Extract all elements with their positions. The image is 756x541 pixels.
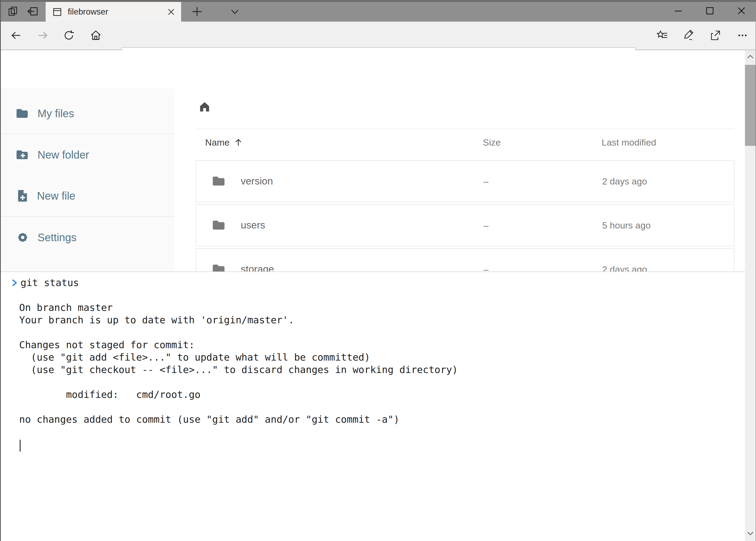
terminal-line: On branch master — [11, 301, 458, 314]
column-header-name[interactable]: Name — [196, 137, 483, 148]
sidebar-item-label: Settings — [38, 232, 77, 244]
window-close-button[interactable] — [731, 1, 752, 21]
sidebar-item-new-folder[interactable]: New folder — [1, 141, 174, 168]
column-header-size[interactable]: Size — [483, 137, 602, 148]
tab-list-chevron-icon[interactable] — [226, 4, 244, 19]
window-maximize-button[interactable] — [699, 1, 721, 21]
terminal-line — [11, 289, 458, 301]
listing-rows: version – 2 days ago users – 5 hours ago — [196, 160, 734, 271]
sidebar-divider — [1, 134, 174, 134]
window-top-border — [1, 0, 756, 2]
breadcrumb-home-icon[interactable] — [197, 100, 212, 114]
listing-header-row: Name Size Last modified — [196, 134, 734, 151]
file-plus-icon — [16, 189, 29, 203]
terminal-line — [11, 326, 458, 339]
row-name: users — [241, 220, 265, 231]
new-tab-button[interactable] — [188, 3, 206, 20]
sidebar-item-label: New file — [37, 190, 75, 202]
terminal-line: Changes not staged for commit: — [11, 339, 458, 351]
sidebar-divider — [1, 216, 174, 217]
tab-title: filebrowser — [68, 7, 108, 17]
gear-icon — [16, 231, 29, 244]
terminal-output: git status On branch master Your branch … — [11, 276, 458, 450]
terminal-command: git status — [21, 276, 79, 289]
prompt-chevron-icon — [11, 278, 18, 287]
folder-plus-icon — [15, 148, 29, 161]
web-note-pen-icon[interactable] — [679, 26, 698, 44]
sort-ascending-icon — [234, 138, 243, 147]
browser-tab[interactable]: filebrowser — [46, 2, 181, 22]
folder-icon — [211, 263, 226, 271]
row-name: version — [241, 176, 273, 187]
sidebar-item-label: New folder — [38, 149, 89, 161]
window-minimize-button[interactable] — [667, 1, 689, 21]
forward-icon[interactable] — [33, 26, 52, 44]
set-tabs-aside-icon[interactable] — [25, 4, 40, 19]
home-icon[interactable] — [86, 26, 106, 44]
table-row-users[interactable]: users – 5 hours ago — [196, 204, 734, 246]
terminal-line: (use "git add <file>..." to update what … — [11, 351, 458, 363]
breadcrumb-divider — [196, 129, 734, 129]
scrollbar-thumb[interactable] — [745, 65, 756, 146]
file-listing: Name Size Last modified version – 2 days… — [174, 88, 745, 271]
back-icon[interactable] — [7, 26, 26, 44]
tab-close-icon[interactable] — [166, 7, 176, 16]
folder-icon — [211, 175, 226, 188]
column-header-modified[interactable]: Last modified — [602, 137, 734, 148]
folder-icon — [211, 219, 226, 232]
folder-icon — [15, 107, 29, 120]
screenshot-root: filebrowser — [0, 0, 756, 541]
tab-favicon-page-icon — [52, 6, 63, 18]
sidebar-item-my-files[interactable]: My files — [1, 100, 174, 127]
browser-toolbar: filebrowser.web/files/ — [1, 22, 756, 50]
sidebar: My files New folder New file Settings — [1, 88, 174, 271]
terminal-panel[interactable]: git status On branch master Your branch … — [1, 271, 756, 541]
more-options-icon[interactable] — [733, 26, 752, 44]
table-row-version[interactable]: version – 2 days ago — [196, 160, 734, 202]
scrollbar-down-icon[interactable] — [745, 527, 756, 540]
row-size: – — [483, 176, 602, 187]
share-icon[interactable] — [706, 26, 725, 44]
terminal-line: Your branch is up to date with 'origin/m… — [11, 314, 458, 326]
table-row-storage[interactable]: storage – 2 days ago — [196, 248, 734, 271]
row-modified: 2 days ago — [602, 264, 734, 272]
terminal-line — [11, 401, 458, 413]
sidebar-item-settings[interactable]: Settings — [1, 224, 174, 251]
row-size: – — [483, 264, 602, 272]
scrollbar-up-icon[interactable] — [745, 50, 756, 63]
row-name: storage — [241, 264, 274, 271]
tab-preview-icon[interactable] — [6, 4, 21, 19]
terminal-prompt-line: git status — [11, 276, 458, 289]
row-modified: 2 days ago — [602, 176, 734, 187]
terminal-cursor-line — [11, 438, 458, 450]
sidebar-item-label: My files — [38, 108, 74, 120]
terminal-cursor — [20, 440, 21, 452]
browser-titlebar: filebrowser — [1, 0, 756, 22]
terminal-line — [11, 376, 458, 388]
row-size: – — [483, 220, 602, 231]
refresh-icon[interactable] — [59, 26, 79, 44]
sidebar-item-new-file[interactable]: New file — [1, 182, 174, 209]
page-scrollbar[interactable] — [745, 50, 756, 541]
terminal-line: (use "git checkout -- <file>..." to disc… — [11, 363, 458, 376]
terminal-line — [11, 426, 458, 438]
filebrowser-header — [1, 50, 756, 88]
hub-favorites-icon[interactable] — [653, 26, 672, 44]
row-modified: 5 hours ago — [602, 220, 734, 231]
terminal-line: no changes added to commit (use "git add… — [11, 413, 458, 426]
terminal-line: modified: cmd/root.go — [11, 388, 458, 401]
